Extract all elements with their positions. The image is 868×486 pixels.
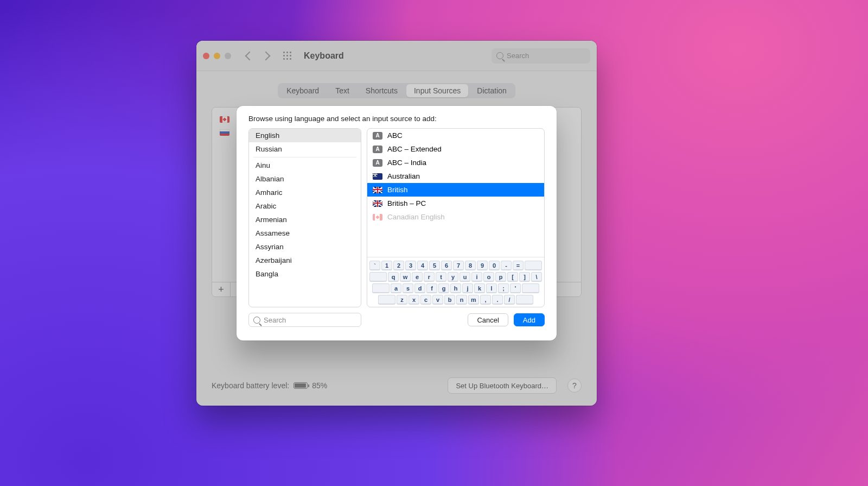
language-row[interactable]: Ainu <box>249 159 361 172</box>
kb-key: y <box>448 272 458 282</box>
abc-icon: A <box>373 159 382 167</box>
language-row[interactable]: Amharic <box>249 186 361 199</box>
australia-flag-icon <box>373 173 382 180</box>
language-row[interactable]: Azerbaijani <box>249 254 361 267</box>
kb-key: ' <box>510 283 521 293</box>
kb-key: s <box>403 283 413 293</box>
kb-key: r <box>424 272 435 282</box>
kb-key <box>378 295 395 305</box>
kb-key: 2 <box>393 261 404 270</box>
kb-key <box>372 283 390 293</box>
kb-key: 5 <box>429 261 440 270</box>
kb-key <box>525 261 542 270</box>
kb-key: 3 <box>405 261 416 270</box>
language-row[interactable]: Assyrian <box>249 240 361 254</box>
language-row[interactable]: English <box>249 129 361 142</box>
kb-key: n <box>456 295 467 305</box>
abc-icon: A <box>373 146 382 153</box>
source-row[interactable]: British – PC <box>367 197 544 210</box>
language-row[interactable]: Arabic <box>249 199 361 213</box>
kb-key <box>522 283 539 293</box>
kb-key: i <box>471 272 482 282</box>
kb-key: c <box>420 295 431 305</box>
source-row[interactable]: AABC <box>367 129 544 142</box>
add-input-source-sheet: Browse using language and select an inpu… <box>237 106 557 340</box>
source-row[interactable]: British <box>367 183 544 197</box>
kb-key: - <box>501 261 512 270</box>
kb-key: 8 <box>465 261 476 270</box>
language-row[interactable]: Bangla <box>249 267 361 281</box>
kb-key: 6 <box>441 261 452 270</box>
kb-key: = <box>513 261 524 270</box>
kb-key: [ <box>507 272 518 282</box>
language-separator <box>253 157 356 157</box>
add-button[interactable]: Add <box>514 313 545 326</box>
language-list[interactable]: English Russian Ainu Albanian Amharic Ar… <box>248 128 361 307</box>
kb-key: ; <box>498 283 509 293</box>
kb-key: 1 <box>381 261 392 270</box>
kb-key: u <box>459 272 470 282</box>
kb-key: w <box>400 272 411 282</box>
kb-key: h <box>450 283 461 293</box>
kb-key: o <box>483 272 494 282</box>
kb-key: 0 <box>489 261 500 270</box>
language-row[interactable]: Albanian <box>249 172 361 186</box>
kb-key: / <box>504 295 515 305</box>
input-source-list: AABC AABC – Extended AABC – India Austra… <box>367 128 545 307</box>
language-row[interactable]: Russian <box>249 142 361 156</box>
kb-key <box>516 295 533 305</box>
kb-key: d <box>414 283 425 293</box>
kb-key: g <box>438 283 449 293</box>
uk-flag-icon <box>373 187 382 193</box>
language-row[interactable]: Armenian <box>249 213 361 226</box>
kb-key: ] <box>519 272 530 282</box>
kb-key: m <box>468 295 479 305</box>
system-preferences-window: Keyboard Search Keyboard Text Shortcuts … <box>196 41 597 406</box>
kb-key: 4 <box>417 261 428 270</box>
language-row[interactable]: Assamese <box>249 226 361 240</box>
language-search-placeholder: Search <box>264 316 286 324</box>
keyboard-preview: `1234567890-=qwertyuiop[]\asdfghjkl;'zxc… <box>367 257 544 307</box>
kb-key: k <box>474 283 485 293</box>
canada-flag-icon <box>373 214 382 220</box>
cancel-button[interactable]: Cancel <box>468 313 508 326</box>
kb-key: x <box>409 295 419 305</box>
kb-key: z <box>397 295 407 305</box>
kb-key: t <box>436 272 446 282</box>
kb-key: e <box>412 272 423 282</box>
kb-key: p <box>495 272 506 282</box>
kb-key: ` <box>369 261 380 270</box>
kb-key: 7 <box>453 261 464 270</box>
kb-key: b <box>444 295 455 305</box>
search-icon <box>253 317 260 324</box>
kb-key: j <box>462 283 473 293</box>
kb-key: 9 <box>477 261 488 270</box>
source-row[interactable]: Australian <box>367 169 544 183</box>
sheet-title: Browse using language and select an inpu… <box>248 115 545 123</box>
kb-key: l <box>486 283 497 293</box>
kb-key: a <box>391 283 401 293</box>
kb-key <box>369 272 387 282</box>
kb-key: . <box>492 295 503 305</box>
abc-icon: A <box>373 132 382 140</box>
kb-key: v <box>432 295 443 305</box>
source-row-disabled: Canadian English <box>367 210 544 224</box>
source-row[interactable]: AABC – Extended <box>367 142 544 156</box>
uk-flag-icon <box>373 200 382 207</box>
kb-key: f <box>426 283 437 293</box>
kb-key: \ <box>531 272 542 282</box>
kb-key: q <box>388 272 399 282</box>
source-row[interactable]: AABC – India <box>367 156 544 169</box>
kb-key: , <box>480 295 491 305</box>
language-search-input[interactable]: Search <box>248 313 361 327</box>
